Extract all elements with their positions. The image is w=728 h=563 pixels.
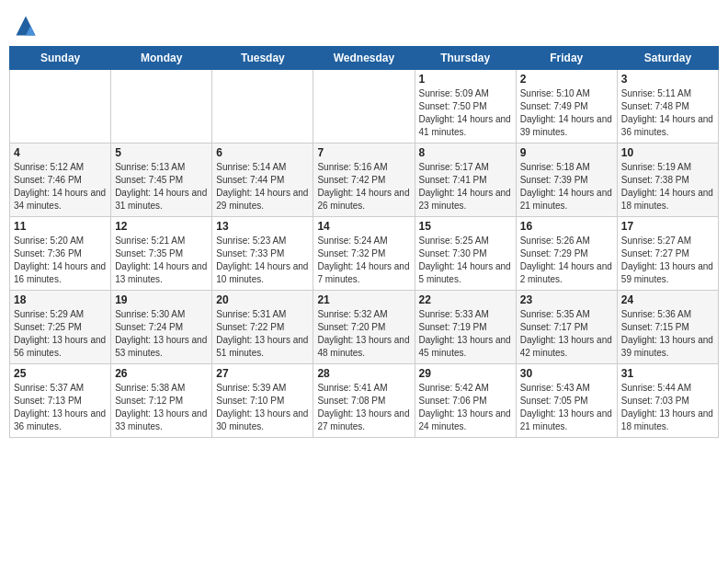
day-cell-17: 17Sunrise: 5:27 AM Sunset: 7:27 PM Dayli… xyxy=(617,217,718,291)
day-cell-20: 20Sunrise: 5:31 AM Sunset: 7:22 PM Dayli… xyxy=(212,291,313,364)
day-info: Sunrise: 5:18 AM Sunset: 7:39 PM Dayligh… xyxy=(520,161,613,213)
day-number: 26 xyxy=(115,367,208,380)
day-cell-15: 15Sunrise: 5:25 AM Sunset: 7:30 PM Dayli… xyxy=(415,217,516,291)
day-info: Sunrise: 5:27 AM Sunset: 7:27 PM Dayligh… xyxy=(621,235,714,286)
calendar-table: Sunday Monday Tuesday Wednesday Thursday… xyxy=(9,46,719,438)
day-info: Sunrise: 5:21 AM Sunset: 7:35 PM Dayligh… xyxy=(115,235,208,286)
calendar-body: 1Sunrise: 5:09 AM Sunset: 7:50 PM Daylig… xyxy=(10,70,719,438)
day-info: Sunrise: 5:39 AM Sunset: 7:10 PM Dayligh… xyxy=(216,382,309,433)
day-info: Sunrise: 5:25 AM Sunset: 7:30 PM Dayligh… xyxy=(419,235,512,286)
day-number: 25 xyxy=(14,367,107,380)
day-cell-1: 1Sunrise: 5:09 AM Sunset: 7:50 PM Daylig… xyxy=(415,70,516,144)
day-number: 7 xyxy=(317,146,410,159)
header-wednesday: Wednesday xyxy=(313,47,415,70)
day-cell-2: 2Sunrise: 5:10 AM Sunset: 7:49 PM Daylig… xyxy=(516,70,617,144)
header-sunday: Sunday xyxy=(10,47,111,70)
day-number: 31 xyxy=(621,367,714,380)
day-info: Sunrise: 5:30 AM Sunset: 7:24 PM Dayligh… xyxy=(115,308,208,360)
empty-cell xyxy=(212,70,313,144)
header-monday: Monday xyxy=(111,47,212,70)
header-saturday: Saturday xyxy=(617,47,718,70)
empty-cell xyxy=(313,70,415,144)
day-info: Sunrise: 5:19 AM Sunset: 7:38 PM Dayligh… xyxy=(621,161,714,213)
day-info: Sunrise: 5:33 AM Sunset: 7:19 PM Dayligh… xyxy=(419,308,512,360)
week-row-3: 11Sunrise: 5:20 AM Sunset: 7:36 PM Dayli… xyxy=(10,217,719,291)
logo xyxy=(13,13,42,39)
day-number: 12 xyxy=(115,220,208,233)
day-number: 10 xyxy=(621,146,714,159)
day-number: 1 xyxy=(419,73,512,86)
day-info: Sunrise: 5:23 AM Sunset: 7:33 PM Dayligh… xyxy=(216,235,309,286)
day-cell-8: 8Sunrise: 5:17 AM Sunset: 7:41 PM Daylig… xyxy=(415,144,516,217)
day-info: Sunrise: 5:20 AM Sunset: 7:36 PM Dayligh… xyxy=(14,235,107,286)
weekday-header-row: Sunday Monday Tuesday Wednesday Thursday… xyxy=(10,47,719,70)
day-number: 13 xyxy=(216,220,309,233)
day-number: 6 xyxy=(216,146,309,159)
day-number: 21 xyxy=(317,293,410,306)
page-header xyxy=(9,9,719,39)
day-info: Sunrise: 5:43 AM Sunset: 7:05 PM Dayligh… xyxy=(520,382,613,433)
day-cell-16: 16Sunrise: 5:26 AM Sunset: 7:29 PM Dayli… xyxy=(516,217,617,291)
day-number: 9 xyxy=(520,146,613,159)
day-cell-29: 29Sunrise: 5:42 AM Sunset: 7:06 PM Dayli… xyxy=(415,364,516,438)
day-cell-11: 11Sunrise: 5:20 AM Sunset: 7:36 PM Dayli… xyxy=(10,217,111,291)
week-row-1: 1Sunrise: 5:09 AM Sunset: 7:50 PM Daylig… xyxy=(10,70,719,144)
day-cell-28: 28Sunrise: 5:41 AM Sunset: 7:08 PM Dayli… xyxy=(313,364,415,438)
day-number: 15 xyxy=(419,220,512,233)
day-info: Sunrise: 5:35 AM Sunset: 7:17 PM Dayligh… xyxy=(520,308,613,360)
day-number: 27 xyxy=(216,367,309,380)
day-cell-7: 7Sunrise: 5:16 AM Sunset: 7:42 PM Daylig… xyxy=(313,144,415,217)
day-number: 20 xyxy=(216,293,309,306)
day-number: 19 xyxy=(115,293,208,306)
day-info: Sunrise: 5:32 AM Sunset: 7:20 PM Dayligh… xyxy=(317,308,410,360)
day-number: 29 xyxy=(419,367,512,380)
day-cell-30: 30Sunrise: 5:43 AM Sunset: 7:05 PM Dayli… xyxy=(516,364,617,438)
day-number: 28 xyxy=(317,367,410,380)
day-cell-14: 14Sunrise: 5:24 AM Sunset: 7:32 PM Dayli… xyxy=(313,217,415,291)
day-cell-13: 13Sunrise: 5:23 AM Sunset: 7:33 PM Dayli… xyxy=(212,217,313,291)
day-number: 22 xyxy=(419,293,512,306)
day-number: 17 xyxy=(621,220,714,233)
logo-icon xyxy=(13,13,39,39)
day-cell-3: 3Sunrise: 5:11 AM Sunset: 7:48 PM Daylig… xyxy=(617,70,718,144)
day-info: Sunrise: 5:31 AM Sunset: 7:22 PM Dayligh… xyxy=(216,308,309,360)
day-number: 5 xyxy=(115,146,208,159)
calendar-header: Sunday Monday Tuesday Wednesday Thursday… xyxy=(10,47,719,70)
day-number: 30 xyxy=(520,367,613,380)
day-cell-18: 18Sunrise: 5:29 AM Sunset: 7:25 PM Dayli… xyxy=(10,291,111,364)
day-info: Sunrise: 5:16 AM Sunset: 7:42 PM Dayligh… xyxy=(317,161,410,213)
day-info: Sunrise: 5:36 AM Sunset: 7:15 PM Dayligh… xyxy=(621,308,714,360)
day-cell-6: 6Sunrise: 5:14 AM Sunset: 7:44 PM Daylig… xyxy=(212,144,313,217)
header-tuesday: Tuesday xyxy=(212,47,313,70)
day-number: 2 xyxy=(520,73,613,86)
day-cell-19: 19Sunrise: 5:30 AM Sunset: 7:24 PM Dayli… xyxy=(111,291,212,364)
day-info: Sunrise: 5:12 AM Sunset: 7:46 PM Dayligh… xyxy=(14,161,107,213)
week-row-4: 18Sunrise: 5:29 AM Sunset: 7:25 PM Dayli… xyxy=(10,291,719,364)
day-cell-12: 12Sunrise: 5:21 AM Sunset: 7:35 PM Dayli… xyxy=(111,217,212,291)
day-info: Sunrise: 5:11 AM Sunset: 7:48 PM Dayligh… xyxy=(621,87,714,139)
day-number: 18 xyxy=(14,293,107,306)
header-friday: Friday xyxy=(516,47,617,70)
empty-cell xyxy=(10,70,111,144)
day-cell-10: 10Sunrise: 5:19 AM Sunset: 7:38 PM Dayli… xyxy=(617,144,718,217)
day-info: Sunrise: 5:17 AM Sunset: 7:41 PM Dayligh… xyxy=(419,161,512,213)
day-number: 23 xyxy=(520,293,613,306)
day-info: Sunrise: 5:37 AM Sunset: 7:13 PM Dayligh… xyxy=(14,382,107,433)
day-number: 24 xyxy=(621,293,714,306)
day-number: 8 xyxy=(419,146,512,159)
day-info: Sunrise: 5:24 AM Sunset: 7:32 PM Dayligh… xyxy=(317,235,410,286)
day-info: Sunrise: 5:44 AM Sunset: 7:03 PM Dayligh… xyxy=(621,382,714,433)
day-info: Sunrise: 5:41 AM Sunset: 7:08 PM Dayligh… xyxy=(317,382,410,433)
day-cell-5: 5Sunrise: 5:13 AM Sunset: 7:45 PM Daylig… xyxy=(111,144,212,217)
day-number: 14 xyxy=(317,220,410,233)
day-number: 3 xyxy=(621,73,714,86)
day-cell-21: 21Sunrise: 5:32 AM Sunset: 7:20 PM Dayli… xyxy=(313,291,415,364)
day-cell-31: 31Sunrise: 5:44 AM Sunset: 7:03 PM Dayli… xyxy=(617,364,718,438)
day-info: Sunrise: 5:10 AM Sunset: 7:49 PM Dayligh… xyxy=(520,87,613,139)
day-number: 16 xyxy=(520,220,613,233)
week-row-5: 25Sunrise: 5:37 AM Sunset: 7:13 PM Dayli… xyxy=(10,364,719,438)
day-info: Sunrise: 5:26 AM Sunset: 7:29 PM Dayligh… xyxy=(520,235,613,286)
day-cell-4: 4Sunrise: 5:12 AM Sunset: 7:46 PM Daylig… xyxy=(10,144,111,217)
day-info: Sunrise: 5:09 AM Sunset: 7:50 PM Dayligh… xyxy=(419,87,512,139)
day-info: Sunrise: 5:42 AM Sunset: 7:06 PM Dayligh… xyxy=(419,382,512,433)
